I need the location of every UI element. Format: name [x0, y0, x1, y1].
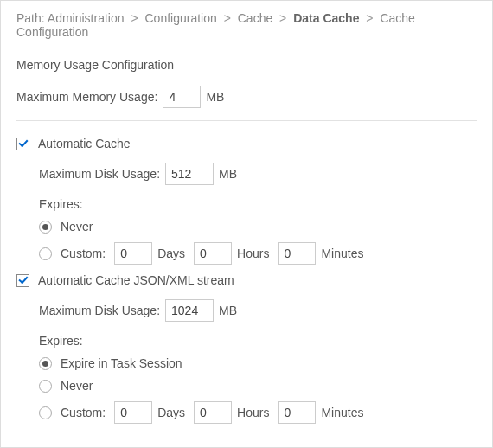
cache-config-panel: Path: Administration > Configuration > C…: [0, 0, 493, 448]
auto-cache-disk-unit: MB: [219, 167, 237, 181]
breadcrumb-item[interactable]: Configuration: [145, 11, 217, 25]
auto-cache-disk-label: Maximum Disk Usage:: [39, 167, 160, 181]
auto-cache-custom-minutes-label: Minutes: [321, 246, 363, 260]
auto-cache-custom-hours-input[interactable]: [194, 242, 232, 265]
chevron-right-icon: >: [224, 11, 231, 25]
auto-cache-json-custom-minutes-label: Minutes: [321, 406, 363, 419]
chevron-right-icon: >: [131, 11, 138, 25]
auto-cache-json-custom-hours-input[interactable]: [194, 401, 232, 424]
max-memory-label: Maximum Memory Usage:: [16, 90, 157, 104]
automatic-cache-json-checkbox[interactable]: [16, 274, 29, 287]
chevron-right-icon: >: [279, 11, 286, 25]
memory-config-title: Memory Usage Configuration: [16, 58, 477, 72]
auto-cache-custom-minutes-input[interactable]: [278, 242, 316, 265]
auto-cache-json-custom-days-input[interactable]: [114, 401, 152, 424]
auto-cache-json-expires-custom-radio[interactable]: [39, 406, 52, 419]
auto-cache-custom-hours-label: Hours: [237, 246, 269, 260]
auto-cache-expires-custom-label: Custom:: [61, 246, 106, 260]
auto-cache-json-custom-hours-label: Hours: [237, 406, 269, 419]
auto-cache-json-expires-task-radio[interactable]: [39, 357, 52, 370]
max-memory-input[interactable]: [163, 86, 201, 108]
auto-cache-json-custom-minutes-input[interactable]: [278, 401, 316, 424]
breadcrumb-item-current[interactable]: Data Cache: [293, 11, 359, 25]
automatic-cache-label: Automatic Cache: [38, 137, 131, 150]
auto-cache-json-disk-unit: MB: [219, 304, 237, 317]
auto-cache-custom-days-label: Days: [157, 246, 185, 260]
breadcrumb-prefix: Path:: [16, 11, 45, 25]
auto-cache-json-disk-label: Maximum Disk Usage:: [39, 304, 160, 317]
automatic-cache-json-label: Automatic Cache JSON/XML stream: [38, 273, 234, 287]
auto-cache-expires-never-radio[interactable]: [39, 221, 52, 234]
auto-cache-json-expires-task-label: Expire in Task Session: [61, 356, 182, 370]
auto-cache-custom-days-input[interactable]: [114, 242, 152, 265]
breadcrumb-item[interactable]: Administration: [48, 11, 125, 25]
auto-cache-json-expires-label: Expires:: [39, 334, 477, 348]
auto-cache-expires-never-label: Never: [61, 220, 93, 234]
automatic-cache-checkbox[interactable]: [16, 138, 29, 150]
auto-cache-json-expires-never-radio[interactable]: [39, 380, 52, 393]
chevron-right-icon: >: [366, 11, 373, 25]
breadcrumb: Path: Administration > Configuration > C…: [16, 11, 477, 39]
auto-cache-expires-custom-radio[interactable]: [39, 247, 52, 260]
auto-cache-json-expires-custom-label: Custom:: [61, 406, 106, 419]
auto-cache-json-custom-days-label: Days: [157, 406, 185, 419]
auto-cache-disk-input[interactable]: [165, 163, 214, 185]
auto-cache-expires-label: Expires:: [39, 197, 477, 211]
max-memory-unit: MB: [206, 90, 224, 104]
divider: [16, 120, 477, 121]
breadcrumb-item[interactable]: Cache: [238, 11, 272, 25]
auto-cache-json-disk-input[interactable]: [165, 299, 214, 322]
auto-cache-json-expires-never-label: Never: [61, 379, 93, 393]
